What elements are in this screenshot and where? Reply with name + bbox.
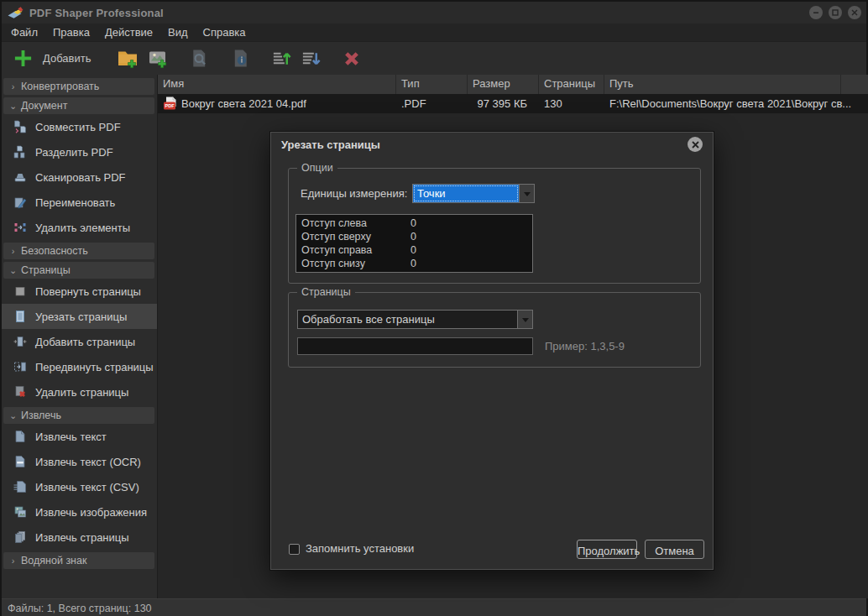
sidebar-item-label: Удалить элементы [35,222,130,234]
sidebar: ›Конвертировать⌄ДокументСовместить PDFРа… [2,75,158,598]
margin-value[interactable]: 0 [410,244,532,258]
crop-pages-dialog: Урезать страницы Опции Единицы измерения… [270,132,714,570]
split-pdf-icon [13,145,27,159]
add-files-label[interactable]: Добавить [43,52,91,65]
margin-value[interactable]: 0 [410,217,532,231]
margin-row-3[interactable]: Отступ снизу0 [296,258,532,271]
column-header-0[interactable]: Имя [158,75,396,94]
margin-value[interactable]: 0 [410,231,532,244]
extract-images-icon [13,505,27,519]
continue-button[interactable]: Продолжить [577,540,637,559]
cancel-button[interactable]: Отмена [645,540,704,559]
sidebar-item-label: Извлечь изображения [35,506,147,519]
extract-text-icon [13,430,27,443]
minimize-button[interactable] [809,6,823,19]
remove-files-button[interactable] [337,45,366,72]
cell-pages: 130 [539,97,604,110]
add-image-button[interactable] [143,45,173,72]
sidebar-item-label: Повернуть страницы [35,285,141,298]
chevron-right-icon: › [5,246,21,256]
dialog-close-button[interactable] [688,137,703,152]
sidebar-item-4-0[interactable]: Извлечь текст [2,424,157,449]
margin-row-0[interactable]: Отступ слева0 [296,217,532,231]
sidebar-item-label: Совместить PDF [35,121,121,133]
remember-settings-checkbox[interactable] [289,544,300,555]
sidebar-item-3-3[interactable]: Передвинуть страницы [2,354,157,379]
dialog-footer: Запомнить установки Продолжить Отмена [271,530,713,569]
sidebar-item-label: Извлечь текст (CSV) [35,481,139,493]
file-info-button[interactable] [226,45,255,72]
sidebar-group-label: Водяной знак [21,555,86,566]
units-value: Точки [413,185,519,202]
sort-ascending-button[interactable] [267,45,296,72]
column-header-4[interactable]: Путь [604,75,841,94]
margins-list[interactable]: Отступ слева0Отступ сверху0Отступ справа… [295,214,533,273]
merge-pdf-icon [13,120,27,133]
sidebar-item-label: Удалить страницы [35,386,128,399]
add-pages-icon [13,335,27,348]
sidebar-group-2[interactable]: ›Безопасность [3,243,154,259]
margin-label: Отступ снизу [296,258,410,271]
sidebar-group-label: Страницы [21,264,71,276]
maximize-button[interactable] [829,6,842,19]
chevron-down-icon[interactable] [517,311,532,328]
margin-row-2[interactable]: Отступ справа0 [296,244,532,258]
sidebar-group-1[interactable]: ⌄Документ [3,97,154,114]
sidebar-item-3-0[interactable]: Повернуть страницы [2,279,157,304]
menu-item-1[interactable]: Правка [45,23,97,41]
add-plus-icon [13,48,34,69]
sidebar-item-1-3[interactable]: Переименовать [2,190,157,215]
cell-path-text: F:\Rel\Documents\Вокруг света 2021\Вокру… [609,97,851,110]
sidebar-group-3[interactable]: ⌄Страницы [3,262,154,279]
menu-item-3[interactable]: Вид [160,23,196,41]
extract-text-ocr-icon [13,455,27,468]
cell-pages-text: 130 [544,97,562,110]
units-combobox[interactable]: Точки [412,184,535,203]
pages-group: Страницы Обработать все страницы Пример:… [288,292,701,368]
sidebar-item-4-3[interactable]: Извлечь изображения [2,499,157,525]
custom-range-input[interactable] [297,337,533,355]
rotate-pages-icon [13,285,27,298]
sidebar-group-5[interactable]: ›Водяной знак [3,552,154,569]
chevron-down-icon: ⌄ [5,410,21,421]
sidebar-item-1-0[interactable]: Совместить PDF [2,114,157,139]
page-range-combobox[interactable]: Обработать все страницы [297,310,533,329]
page-range-value: Обработать все страницы [298,311,517,328]
sidebar-item-4-4[interactable]: Извлечь страницы [2,525,157,550]
status-text: Файлы: 1, Всего страниц: 130 [8,603,152,614]
margin-label: Отступ сверху [296,231,410,244]
column-header-2[interactable]: Размер [468,75,539,94]
menu-item-2[interactable]: Действие [97,23,160,41]
table-row[interactable]: PDFВокруг света 2021 04.pdf.PDF97 395 КБ… [158,94,868,113]
margin-row-1[interactable]: Отступ сверху0 [296,231,532,244]
sidebar-item-4-1[interactable]: Извлечь текст (OCR) [2,449,157,474]
sidebar-group-4[interactable]: ⌄Извлечь [3,407,154,424]
close-icon [692,141,699,149]
scan-pdf-icon [13,170,27,184]
close-button[interactable] [848,6,861,19]
chevron-down-icon[interactable] [519,185,534,202]
status-bar: Файлы: 1, Всего страниц: 130 [2,598,866,616]
range-example-hint: Пример: 1,3,5-9 [545,340,625,352]
menu-item-4[interactable]: Справка [196,23,254,41]
rename-icon [13,196,27,209]
margin-label: Отступ справа [296,244,410,258]
sidebar-item-1-2[interactable]: Сканировать PDF [2,164,157,190]
sort-descending-button[interactable] [296,45,326,72]
sidebar-item-4-2[interactable]: Извлечь текст (CSV) [2,474,157,499]
margin-value[interactable]: 0 [410,258,532,271]
add-files-button[interactable] [8,45,38,72]
preview-button[interactable] [185,45,214,72]
sidebar-group-0[interactable]: ›Конвертировать [3,78,154,95]
menu-item-0[interactable]: Файл [3,23,45,41]
sidebar-item-1-4[interactable]: Удалить элементы [2,215,157,240]
sidebar-item-3-2[interactable]: Добавить страницы [2,329,157,354]
sidebar-item-1-1[interactable]: Разделить PDF [2,139,157,164]
sidebar-item-3-1[interactable]: Урезать страницы [2,304,157,329]
cell-name: PDFВокруг света 2021 04.pdf [158,97,396,111]
column-header-1[interactable]: Тип [396,75,468,94]
add-folder-button[interactable] [112,45,143,72]
sidebar-item-3-4[interactable]: Удалить страницы [2,379,157,405]
column-header-3[interactable]: Страницы [539,75,604,94]
remember-settings-label[interactable]: Запомнить установки [306,542,414,555]
